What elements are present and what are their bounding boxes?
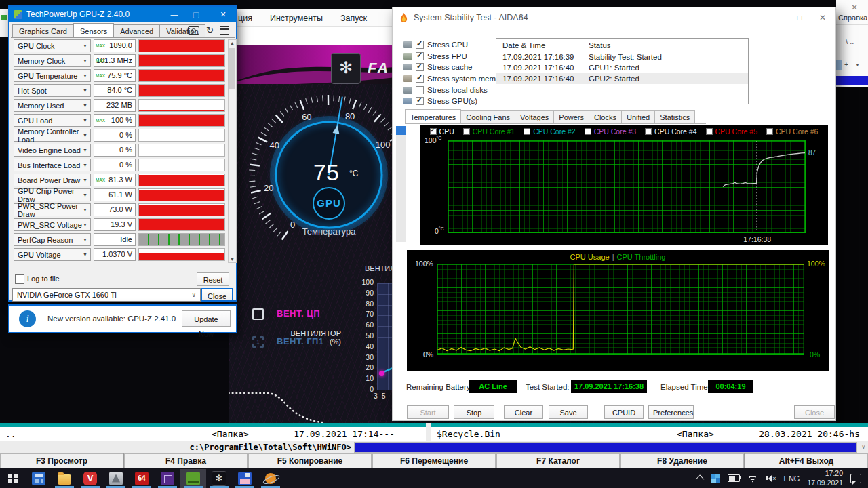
function-key-button[interactable]: F6 Перемещение [372,453,496,468]
legend-checkbox[interactable] [524,128,530,135]
notification-center-icon[interactable] [850,474,861,483]
minimize-button[interactable]: — [765,7,788,28]
file-row-left[interactable]: .. <Папка> 17.09.2021 17:14--- [0,427,426,441]
minimize-button[interactable]: — [164,7,184,22]
legend-checkbox[interactable] [585,128,591,135]
legend-item[interactable]: CPU Core #3 [585,127,636,136]
close-icon[interactable]: ✕ [851,3,858,12]
stress-checkbox[interactable] [416,63,424,71]
sensor-name-dropdown[interactable]: GPU Load▼ [14,114,91,127]
stress-checkbox[interactable] [416,86,424,94]
maximize-button[interactable]: ▢ [186,7,206,22]
stress-option-row[interactable]: Stress CPU [403,39,507,51]
close-button[interactable]: ✕ [811,7,834,28]
sensor-name-dropdown[interactable]: Memory Used▼ [14,99,91,112]
legend-checkbox[interactable] [706,128,713,135]
sensor-name-dropdown[interactable]: Memory Controller Load▼ [14,129,91,142]
legend-item[interactable]: CPU Core #1 [463,127,515,136]
aida64-button[interactable]: Clear [504,405,543,419]
taskbar-total-commander[interactable] [232,469,258,488]
gpuz-tab[interactable]: Sensors [73,23,114,37]
aida64-tab[interactable]: Statistics [654,110,695,123]
stress-option-row[interactable]: Stress system memory [403,73,507,85]
gpuz-title-bar[interactable]: TechPowerUp GPU-Z 2.40.0 — ▢ ✕ [9,7,236,22]
sensor-scrollbar[interactable]: ▲▼ [228,39,237,263]
screenshot-camera-icon[interactable] [188,26,199,35]
gpuz-tab[interactable]: Advanced [113,24,160,37]
menu-item-help[interactable]: Справка [838,14,867,22]
taskbar-gpuz[interactable] [180,469,206,488]
volume-muted-icon[interactable]: × [766,474,776,483]
sensor-name-dropdown[interactable]: GPU Temperature▼ [14,69,91,82]
function-key-button[interactable]: F3 Просмотр [0,453,123,468]
taskbar-file-explorer[interactable] [52,469,77,488]
battery-icon[interactable] [728,474,740,482]
legend-item[interactable]: CPU Core #5 [706,127,757,136]
fan-curve-point[interactable] [379,371,384,376]
menu-item[interactable]: ция [238,14,252,23]
graph-scrollbar[interactable] [396,126,406,242]
legend-checkbox[interactable] [463,128,470,135]
stress-checkbox[interactable] [416,41,424,49]
chevron-down-icon[interactable]: ▼ [855,62,860,67]
stress-checkbox[interactable] [416,97,424,105]
gpuz-tab[interactable]: Graphics Card [12,24,74,37]
reset-button[interactable]: Reset [197,272,229,286]
legend-checkbox[interactable] [430,128,437,135]
maximize-button[interactable]: □ [788,7,811,28]
command-input[interactable]: ∨ [354,442,857,453]
legend-checkbox[interactable] [645,128,652,135]
menu-item[interactable]: Инструменты [270,14,323,23]
legend-item[interactable]: CPU [430,127,454,136]
sensor-name-dropdown[interactable]: Video Engine Load▼ [14,144,91,157]
chevron-down-icon[interactable]: ∨ [861,444,865,450]
taskbar-calculator[interactable] [26,469,52,488]
stress-option-row[interactable]: Stress local disks [403,84,507,96]
stress-option-row[interactable]: Stress cache [403,62,507,73]
aida64-button[interactable]: Start [407,405,449,419]
sensor-name-dropdown[interactable]: GPU Chip Power Draw▼ [14,188,91,201]
stress-checkbox[interactable] [416,52,424,60]
taskbar-vivaldi[interactable]: V [77,469,103,488]
hamburger-menu-icon[interactable] [220,26,229,35]
function-key-button[interactable]: F5 Копирование [248,453,372,468]
aida64-button[interactable]: Preferences [648,405,694,419]
menu-item[interactable]: Запуск [340,14,367,23]
stress-checkbox[interactable] [416,75,424,83]
drive-chip[interactable] [836,60,842,70]
taskbar-hwinfo[interactable] [103,469,129,488]
taskbar-fan-control[interactable]: ✻ [206,469,232,488]
aida64-button[interactable]: Close [794,405,835,419]
sensor-name-dropdown[interactable]: Bus Interface Load▼ [14,159,91,171]
close-button[interactable]: ✕ [212,7,235,22]
sensor-name-dropdown[interactable]: PerfCap Reason▼ [14,233,91,246]
aida64-tab[interactable]: Clocks [589,110,622,123]
taskbar-cpuz[interactable] [155,469,180,488]
legend-item[interactable]: CPU Core #6 [766,127,818,136]
aida64-tab[interactable]: Powers [553,110,589,123]
log-table-row[interactable]: 17.09.2021 17:16:40 GPU1: Started [496,62,748,73]
start-button[interactable] [0,469,26,488]
aida64-tab[interactable]: Temperatures [405,109,461,123]
stress-option-row[interactable]: Stress GPU(s) [403,96,507,107]
clock[interactable]: 17:2017.09.2021 [807,469,843,487]
cpu-fan-label[interactable]: ВЕНТ. ЦП [277,308,320,319]
gpu-select-dropdown[interactable]: NVIDIA GeForce GTX 1660 Ti∨ [12,288,201,302]
legend-item[interactable]: CPU Core #2 [524,127,575,136]
update-now-button[interactable]: Update Now [182,310,231,327]
tray-app-icon[interactable] [711,474,720,483]
tray-expand-chevron-icon[interactable] [695,475,704,484]
aida64-tab[interactable]: Voltages [515,110,554,123]
sensor-name-dropdown[interactable]: PWR_SRC Power Draw▼ [14,203,91,216]
taskbar-aida64[interactable]: 64 [129,469,155,488]
sensor-name-dropdown[interactable]: Memory Clock▼ [14,54,91,67]
legend-checkbox[interactable] [766,128,773,135]
sensor-name-dropdown[interactable]: Hot Spot▼ [14,84,91,97]
language-indicator[interactable]: ENG [784,474,800,483]
log-table-row[interactable]: 17.09.2021 17:16:39 Stability Test: Star… [496,52,748,62]
legend-item[interactable]: CPU Core #4 [645,127,696,136]
function-key-button[interactable]: Alt+F4 Выход [745,453,868,468]
log-table-row[interactable]: 17.09.2021 17:16:40 GPU2: Started [496,73,748,84]
aida64-tab[interactable]: Cooling Fans [460,110,515,123]
aida64-button[interactable]: Save [549,405,588,419]
